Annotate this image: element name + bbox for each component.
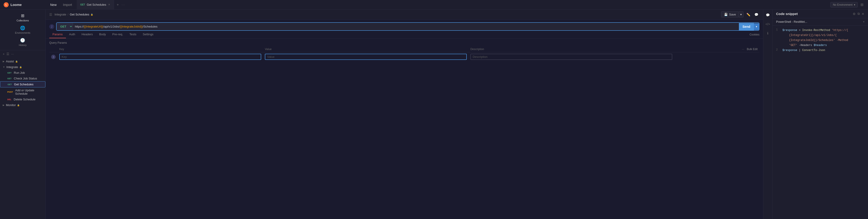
sidebar-section-header: + ☰ ··· [0,50,45,58]
code-method-invoke: Invoke-RestMethod [802,29,830,32]
new-button[interactable]: New [48,2,59,7]
request-header: ☰ Integrate / Get Schedules 🔒 💾 Save ▾ ✏… [45,9,763,20]
tab-prereq-label: Pre-req. [112,33,123,36]
sidebar-item-assist[interactable]: ▶ Assist 🔒 [0,59,45,64]
top-bar-right: No Environment ▾ ⊞ [827,2,868,8]
breadcrumb: Integrate / Get Schedules 🔒 [55,13,93,16]
chevron-right-icon: ▶ [3,60,5,63]
tab-method-badge: GET [80,3,85,6]
copy-icon-button[interactable]: ⧉ [858,12,860,16]
tab-bar: GET Get Schedules ✕ + ··· [76,0,827,9]
sidebar-item-check-job[interactable]: GET Check Job Status [0,76,45,81]
code-var-headers: $headers [814,44,827,47]
breadcrumb-lock-icon: 🔒 [91,13,93,16]
sidebar-tree: ▶ Assist 🔒 ▼ Integrate 🔒 GET Run Job GET… [0,58,45,219]
url-suffix: /Schedules [143,25,157,28]
code-line-4: 'GET' -Headers $headers [776,43,864,47]
tab-tests-label: Tests [129,33,136,36]
add-tab-icon[interactable]: + [114,3,122,7]
url-prefix: https:// [75,25,84,28]
snippet-language-label: PowerShell - RestMet... [776,20,862,24]
code-var-response-2: $response [782,49,797,52]
tab-params-label: Params [53,33,63,36]
sidebar-item-add-update[interactable]: POST Add or Update Schedule [0,87,45,97]
sidebar-item-run-job[interactable]: GET Run Job [0,70,45,76]
tab-auth[interactable]: Auth [66,31,79,38]
sidebar: ⊞ Collections 🌐 Environments 🕐 History +… [0,9,45,219]
code-method-convert: ConvertTo-Json [802,49,825,52]
settings-icon-button[interactable]: ⚙ [853,12,856,16]
layout-icon[interactable]: ⊞ [860,2,864,8]
save-button[interactable]: 💾 Save [721,11,739,17]
method-select[interactable]: GET [57,23,73,30]
sidebar-nav-history[interactable]: 🕐 History [18,36,27,48]
tab-settings[interactable]: Settings [140,31,157,38]
url-var1: {{IntegrateUrl}} [84,25,103,28]
add-update-method-badge: POST [6,90,14,93]
add-collection-icon[interactable]: + [3,52,5,56]
param-description-input[interactable] [470,54,672,60]
url-var2: {{IntegrateJobId}} [120,25,143,28]
code-line-1: 1 $response = Invoke-RestMethod 'https:/… [776,28,864,32]
request-tab[interactable]: GET Get Schedules ✕ [76,0,114,9]
monitor-chevron-icon: ▶ [3,104,5,106]
save-label: Save [729,13,736,16]
tab-auth-label: Auth [69,33,75,36]
app-name: Loome [10,3,22,7]
save-icon: 💾 [724,13,728,16]
tab-params[interactable]: Params [49,31,66,38]
comment-icon-button[interactable]: 💬 [753,12,760,17]
strip-icon-comment[interactable]: 💬 [764,11,772,19]
sidebar-header-actions: + ☰ ··· [3,52,14,56]
send-dropdown-button[interactable]: ▾ [754,23,759,30]
tab-close-icon[interactable]: ✕ [108,3,110,6]
env-selector[interactable]: No Environment ▾ [830,2,858,7]
edit-icon-button[interactable]: ✏️ [745,12,751,17]
tab-settings-label: Settings [143,33,154,36]
sidebar-item-delete[interactable]: DEL Delete Schedule [0,97,45,102]
sidebar-item-monitor[interactable]: ▶ Monitor 🔒 [0,102,45,108]
sidebar-nav-collections[interactable]: ⊞ Collections [16,11,30,24]
request-icon: ☰ [49,13,52,16]
sidebar-item-get-schedules[interactable]: GET Get Schedules [0,81,45,87]
run-job-method-badge: GET [6,71,12,74]
collections-icon: ⊞ [21,13,24,18]
send-button[interactable]: Send [739,23,754,30]
delete-method-badge: DEL [6,98,12,101]
sidebar-item-integrate[interactable]: ▼ Integrate 🔒 [0,64,45,70]
tab-body-label: Body [99,33,106,36]
filter-icon[interactable]: ☰ [6,52,9,56]
logo-icon: L [4,2,9,7]
param-key-input[interactable] [59,54,261,60]
url-display[interactable]: https://{{IntegrateUrl}}/api/v1/Jobs/{{I… [73,23,739,30]
params-section: Query Params Key Value Description ··· B… [45,38,763,219]
cookies-link[interactable]: Cookies [750,33,760,36]
snippet-language-selector[interactable]: PowerShell - RestMet... ▾ [772,18,868,26]
sidebar-nav-environments[interactable]: 🌐 Environments [14,24,31,36]
line-num-2: 2 [776,48,780,52]
tab-prereq[interactable]: Pre-req. [109,31,126,38]
tab-headers[interactable]: Headers [79,31,96,38]
run-job-label: Run Job [14,71,25,74]
row-more-icon[interactable]: ··· [742,47,744,51]
history-icon: 🕐 [20,38,25,43]
close-panel-button[interactable]: ✕ [862,12,864,16]
tab-body[interactable]: Body [96,31,109,38]
sidebar-more-icon[interactable]: ··· [11,52,14,56]
request-header-actions: 💾 Save ▾ ✏️ 💬 [721,11,760,17]
save-dropdown-button[interactable]: ▾ [739,11,743,17]
bulk-edit-link[interactable]: Bulk Edit [747,47,757,51]
more-tabs-icon[interactable]: ··· [122,3,125,6]
assist-label: Assist [6,60,14,63]
param-value-input[interactable] [265,54,467,60]
integrate-label: Integrate [6,65,18,69]
url-mid: /api/v1/Jobs/ [103,25,120,28]
code-snippet-panel: Code snippet ⚙ ⧉ ✕ PowerShell - RestMet.… [772,9,868,219]
strip-icon-info[interactable]: ℹ [764,30,772,37]
breadcrumb-current: Get Schedules [70,13,89,16]
env-label: No Environment [833,3,852,6]
import-button[interactable]: Import [60,2,75,7]
send-label: Send [743,25,750,29]
tab-tests[interactable]: Tests [126,31,140,38]
strip-icon-code[interactable]: </> [764,21,772,28]
